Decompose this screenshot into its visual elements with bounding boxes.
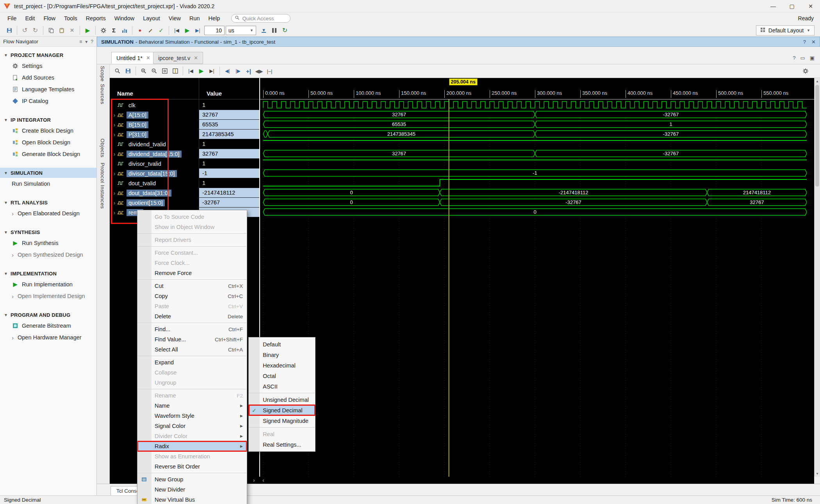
scroll-down-icon[interactable]: ▼ xyxy=(815,470,820,477)
menu-icon[interactable]: ≡ xyxy=(79,39,82,44)
expand-icon[interactable]: › xyxy=(112,122,117,128)
breakpoint-icon[interactable]: ● xyxy=(135,25,145,35)
menu-item-expand[interactable]: Expand xyxy=(137,357,247,367)
radix-option-signed-decimal[interactable]: ✓Signed Decimal xyxy=(249,405,315,415)
signal-row-divisor-tvalid[interactable]: divisor_tvalid xyxy=(110,159,199,169)
check-icon[interactable]: ✓ xyxy=(156,25,166,35)
menu-item-radix[interactable]: Radix▶ xyxy=(137,441,247,451)
menu-item-waveform-style[interactable]: Waveform Style▶ xyxy=(137,411,247,421)
close-button[interactable]: ✕ xyxy=(801,0,820,12)
side-tab-scope[interactable]: Scope xyxy=(100,66,105,82)
vertical-scrollbar[interactable]: ▲ ▼ xyxy=(814,78,820,477)
flow-section-header-project-manager[interactable]: ▼PROJECT MANAGER xyxy=(0,50,96,60)
redo-icon[interactable]: ↻ xyxy=(30,25,41,35)
expand-icon[interactable]: › xyxy=(112,200,117,206)
flow-item-open-implemented-design[interactable]: ›Open Implemented Design xyxy=(0,290,96,302)
edit-icon[interactable] xyxy=(145,25,156,35)
relaunch-icon[interactable]: ↻ xyxy=(280,25,290,35)
expand-icon[interactable]: › xyxy=(112,170,117,177)
signal-row-divisor-tdata-15-0[interactable]: ›divisor_tdata[15:0] xyxy=(110,169,199,178)
side-tab-objects[interactable]: Objects xyxy=(100,138,105,158)
menu-reports[interactable]: Reports xyxy=(82,14,110,23)
restart-sim-icon[interactable]: |◀ xyxy=(171,25,182,35)
expand-icon[interactable]: › xyxy=(112,131,117,138)
snap-icon[interactable]: |–| xyxy=(264,66,275,76)
next-transition-icon[interactable]: |▶ xyxy=(233,66,243,76)
expand-icon[interactable]: › xyxy=(112,112,117,118)
flow-item-run-implementation[interactable]: ▶Run Implementation xyxy=(0,279,96,290)
menu-item-new-group[interactable]: New Group xyxy=(137,474,247,484)
radix-option-octal[interactable]: Octal xyxy=(249,371,315,381)
flow-section-header-implementation[interactable]: ▼IMPLEMENTATION xyxy=(0,268,96,279)
scroll-up-icon[interactable]: ▲ xyxy=(815,78,820,84)
waveform-canvas-area[interactable]: 32767-327676553512147385345-3276732767-3… xyxy=(260,99,814,477)
radix-option-real-settings[interactable]: Real Settings... xyxy=(249,439,315,450)
radix-option-signed-magnitude[interactable]: Signed Magnitude xyxy=(249,415,315,426)
flow-section-header-rtl-analysis[interactable]: ▼RTL ANALYSIS xyxy=(0,197,96,208)
menu-item-find-value[interactable]: Find Value...Ctrl+Shift+F xyxy=(137,334,247,344)
menu-view[interactable]: View xyxy=(164,14,185,23)
pause-icon[interactable] xyxy=(269,25,280,35)
flow-section-header-synthesis[interactable]: ▼SYNTHESIS xyxy=(0,227,96,237)
signal-row-dout-tdata-31-0[interactable]: ›dout_tdata[31:0] xyxy=(110,188,199,198)
flow-item-create-block-design[interactable]: Create Block Design xyxy=(0,125,96,137)
tab-untitled[interactable]: Untitled 1* ✕ xyxy=(111,52,155,64)
radix-option-hexadecimal[interactable]: Hexadecimal xyxy=(249,360,315,371)
signal-row-quotient-15-0[interactable]: ›quotient[15:0] xyxy=(110,198,199,208)
menu-item-find[interactable]: Find...Ctrl+F xyxy=(137,324,247,334)
run-icon[interactable]: ▶ xyxy=(82,25,93,35)
menu-window[interactable]: Window xyxy=(110,14,139,23)
flow-item-run-simulation[interactable]: Run Simulation xyxy=(0,178,96,190)
maximize-button[interactable]: ▢ xyxy=(783,0,801,12)
undo-icon[interactable]: ↺ xyxy=(20,25,30,35)
expand-icon[interactable]: › xyxy=(112,209,117,216)
expand-icon[interactable]: › xyxy=(112,151,117,157)
menu-item-reverse-bit-order[interactable]: Reverse Bit Order xyxy=(137,461,247,472)
flow-item-open-elaborated-design[interactable]: ›Open Elaborated Design xyxy=(0,208,96,219)
signal-row-a-15-0[interactable]: ›A[15:0] xyxy=(110,110,199,120)
help-icon[interactable]: ? xyxy=(91,39,93,44)
flow-item-generate-bitstream[interactable]: Generate Bitstream xyxy=(0,320,96,332)
zoom-fit-icon[interactable] xyxy=(159,66,170,76)
dashboard-icon[interactable] xyxy=(119,25,130,35)
paste-icon[interactable] xyxy=(56,25,67,35)
close-icon[interactable]: ✕ xyxy=(146,55,150,61)
float-window-icon[interactable]: ▭ xyxy=(800,55,805,61)
zoom-to-cursor-icon[interactable] xyxy=(170,66,180,76)
collapse-right-icon[interactable]: ‹ xyxy=(262,477,264,484)
menu-item-remove-force[interactable]: Remove Force xyxy=(137,268,247,278)
add-marker-icon[interactable]: +| xyxy=(243,66,254,76)
flow-section-header-ip-integrator[interactable]: ▼IP INTEGRATOR xyxy=(0,115,96,125)
save-waveform-icon[interactable] xyxy=(123,66,133,76)
sum-icon[interactable]: Σ xyxy=(109,25,119,35)
menu-item-signal-color[interactable]: Signal Color▶ xyxy=(137,421,247,431)
settings-gear-icon[interactable] xyxy=(98,25,109,35)
signal-row-clk[interactable]: clk xyxy=(110,100,199,110)
menu-layout[interactable]: Layout xyxy=(139,14,164,23)
quick-access-search[interactable]: Quick Access xyxy=(231,14,291,23)
run-time-input[interactable]: 10 xyxy=(204,26,225,35)
collapse-icon[interactable]: ▾ xyxy=(85,39,87,44)
flow-item-settings[interactable]: Settings xyxy=(0,60,96,72)
delete-icon[interactable]: × xyxy=(67,25,77,35)
flow-item-ip-catalog[interactable]: IP Catalog xyxy=(0,95,96,107)
menu-item-delete[interactable]: DeleteDelete xyxy=(137,311,247,321)
signal-row-dout-tvalid[interactable]: dout_tvalid xyxy=(110,178,199,188)
menu-tools[interactable]: Tools xyxy=(60,14,82,23)
signal-row-dividend-tvalid[interactable]: dividend_tvalid xyxy=(110,139,199,149)
flow-section-header-program-and-debug[interactable]: ▼PROGRAM AND DEBUG xyxy=(0,310,96,320)
radix-option-unsigned-decimal[interactable]: Unsigned Decimal xyxy=(249,394,315,405)
maximize-icon[interactable]: ▣ xyxy=(810,55,815,61)
help-icon[interactable]: ? xyxy=(793,55,795,61)
flow-item-open-hardware-manager[interactable]: ›Open Hardware Manager xyxy=(0,332,96,343)
menu-item-new-virtual-bus[interactable]: New Virtual Bus xyxy=(137,495,247,504)
zoom-in-icon[interactable] xyxy=(138,66,149,76)
help-icon[interactable]: ? xyxy=(803,39,806,45)
side-tab-protocol-instances[interactable]: Protocol Instances xyxy=(100,163,105,209)
time-unit-select[interactable]: us▼ xyxy=(226,26,256,35)
radix-option-ascii[interactable]: ASCII xyxy=(249,381,315,392)
menu-help[interactable]: Help xyxy=(204,14,225,23)
radix-option-default[interactable]: Default xyxy=(249,339,315,350)
side-tab-sources[interactable]: Sources xyxy=(100,84,105,104)
signal-row-p-31-0[interactable]: ›P[31:0] xyxy=(110,130,199,139)
